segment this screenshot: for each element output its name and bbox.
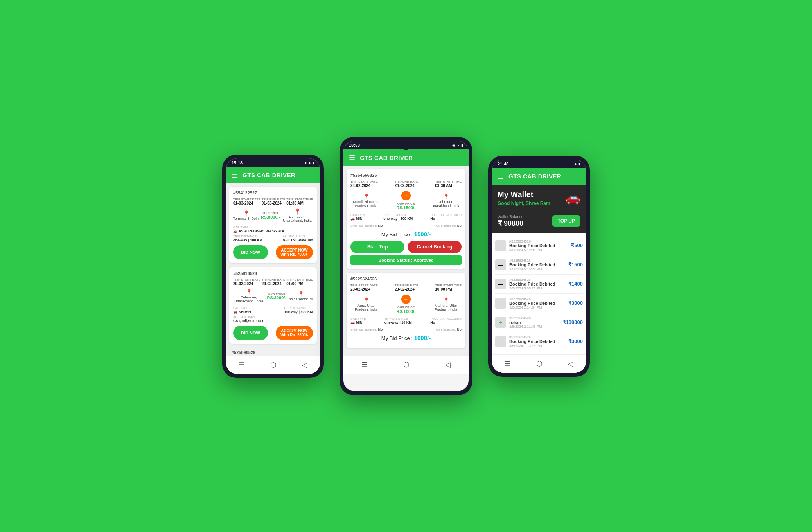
center-time: 18:53	[349, 143, 360, 147]
bid-now-btn-1[interactable]: BID NOW	[233, 245, 268, 259]
from-pin-icon-1: 📍	[233, 210, 259, 217]
right-time: 21:48	[498, 162, 508, 166]
left-btn-row-1: BID NOW ACCEPT NOW With Rs. 7000/-	[233, 245, 313, 259]
car-icon: 🚗	[565, 190, 580, 205]
left-btn-row-2: BID NOW ACCEPT NOW With Rs. 2800/-	[233, 326, 313, 340]
left-inclusive-1: ALL INCLUSIVE GST,Toll,State Tax	[283, 235, 313, 242]
tx-icon-4: +	[495, 317, 506, 328]
accept-now-btn-2[interactable]: ACCEPT NOW With Rs. 2800/-	[276, 326, 313, 340]
booking-status-1: Booking Status : Approved	[350, 255, 462, 265]
transaction-item-4: + #5225624526 rohan 3/5/2024 2:11:43 PM …	[495, 313, 583, 332]
phones-container: 15:18 ● ▲ ▮ ☰ GTS CAB DRIVER #554122527 …	[222, 137, 590, 395]
right-status-icons: ▲ ▮	[574, 162, 580, 166]
left-nav-home[interactable]: ⬡	[267, 359, 280, 371]
to-pin-icon-2: 📍	[289, 291, 313, 297]
accept-now-btn-1[interactable]: ACCEPT NOW With Rs. 7000/-	[276, 245, 313, 259]
wallet-balance-row: Wallet Balance ₹ 90800 TOP UP	[492, 212, 586, 233]
battery-icon: ▮	[313, 161, 314, 165]
transaction-item-2: — #5225624526 Booking Price Debited 3/5/…	[495, 275, 583, 294]
left-price-label-1: OUR PRICE	[261, 211, 280, 215]
top-up-button[interactable]: TOP UP	[552, 215, 580, 227]
cab-type-val-1: 🚗 ASSUREDINNO VACRYSTA	[233, 229, 284, 233]
right-bottom-nav: ☰ ⬡ ◁	[492, 354, 586, 373]
tx-icon-0: —	[495, 240, 506, 251]
left-route-row-2: 📍 Dehradun, Uttarakhand, India OUR PRICE…	[233, 289, 313, 303]
center-booking-card-2: #5225624526 TRIP START DATE 23-02-2024 T…	[347, 273, 465, 348]
signal-icon: ●	[305, 161, 307, 165]
transaction-item-0: — #5225624526 Booking Price Debited 3/5/…	[495, 236, 583, 255]
transaction-item-1: — #5225624526 Booking Price Debited 3/5/…	[495, 255, 583, 275]
left-end-date-label: TRIP END DATE	[262, 198, 286, 201]
from-pin-icon-2: 📍	[233, 289, 264, 295]
tx-icon-5: —	[495, 336, 506, 347]
left-booking-id-1: #554122527	[233, 191, 313, 195]
left-end-date-item: TRIP END DATE 01-03-2024	[262, 198, 286, 205]
left-start-date-label: TRIP START DATE	[233, 198, 260, 201]
center-arrow-1: →	[401, 191, 411, 200]
center-status-icons: ◉ ▲ ▮	[452, 143, 463, 147]
start-trip-btn[interactable]: Start Trip	[350, 241, 404, 253]
center-booking-id-1: #5254566825	[350, 173, 462, 178]
center-nav-back[interactable]: ◁	[442, 359, 454, 370]
left-start-date-item: TRIP START DATE 01-03-2024	[233, 198, 260, 205]
center-app-header: ☰ GTS CAB DRIVER	[343, 149, 469, 166]
center-menu-icon[interactable]: ☰	[349, 153, 355, 162]
whatsapp-icon: ◉	[452, 143, 455, 147]
center-nav-menu[interactable]: ☰	[358, 359, 371, 370]
left-to-1: 📍 Dehradun, Uttarakhand, India	[282, 208, 313, 223]
right-status-bar: 21:48 ▲ ▮	[492, 160, 586, 168]
tx-icon-3: —	[495, 298, 506, 309]
center-phone-content: #5254566825 TRIP START DATE 24-02-2024 T…	[343, 166, 469, 355]
left-trip-dates-1: TRIP START DATE 01-03-2024 TRIP END DATE…	[233, 198, 313, 205]
center-booking-id-2: #5225624526	[350, 277, 462, 281]
center-from-icon-1: 📍	[350, 194, 382, 200]
left-time: 15:18	[232, 160, 243, 165]
left-time-value: 01:30 AM	[286, 201, 313, 205]
left-card-details-1: CAB TYPE 🚗 ASSUREDINNO VACRYSTA TRIP DIS…	[233, 226, 313, 242]
transaction-item-5: — #5225624526 Booking Price Debited 3/5/…	[495, 332, 583, 351]
center-arrow-2: →	[401, 295, 411, 304]
left-price-box-1: OUR PRICE RS.8000/-	[261, 211, 280, 219]
wifi-icon: ▲	[308, 161, 311, 165]
left-phone: 15:18 ● ▲ ▮ ☰ GTS CAB DRIVER #554122527 …	[222, 155, 324, 378]
left-from-1: 📍 Terminal 3, Delhi	[233, 210, 259, 221]
cancel-booking-btn[interactable]: Cancel Booking	[408, 241, 462, 253]
center-to-icon-2: 📍	[430, 297, 462, 304]
center-phone: 18:53 ◉ ▲ ▮ ☰ GTS CAB DRIVER #5254566825	[340, 137, 472, 395]
left-time-item: TRIP START TIME 01:30 AM	[286, 198, 313, 205]
center-booking-card-1: #5254566825 TRIP START DATE 24-02-2024 T…	[347, 169, 465, 269]
battery-icon: ▮	[461, 143, 463, 147]
left-time-label: TRIP START TIME	[286, 198, 313, 201]
transaction-item-3: — #5225624526 Booking Price Debited 3/5/…	[495, 294, 583, 313]
left-price-value-1: RS.8000/-	[261, 215, 280, 219]
center-btn-row-1: Start Trip Cancel Booking	[350, 241, 462, 253]
left-menu-icon[interactable]: ☰	[232, 171, 238, 180]
camera-notch	[403, 145, 409, 150]
left-nav-menu[interactable]: ☰	[235, 359, 248, 371]
left-app-header: ☰ GTS CAB DRIVER	[226, 167, 320, 183]
left-end-date-value: 01-03-2024	[262, 201, 286, 205]
left-status-icons: ● ▲ ▮	[305, 161, 314, 165]
tx-icon-1: —	[495, 259, 506, 270]
transaction-list: — #5225624526 Booking Price Debited 3/5/…	[492, 233, 586, 354]
left-bottom-nav: ☰ ⬡ ◁	[226, 356, 320, 374]
left-booking-id-2: #525816528	[233, 271, 313, 276]
center-app-title: GTS CAB DRIVER	[360, 155, 413, 161]
bid-now-btn-2[interactable]: BID NOW	[233, 326, 268, 340]
wallet-header: My Wallet Good Night, Shree Ram 🚗	[492, 185, 586, 212]
right-app-header: ☰ GTS CAB DRIVER	[492, 168, 586, 185]
left-nav-back[interactable]: ◁	[299, 359, 311, 371]
signal-icon: ▲	[456, 143, 460, 147]
right-nav-home[interactable]: ⬡	[533, 358, 546, 370]
center-nav-home[interactable]: ⬡	[400, 359, 413, 370]
left-status-bar: 15:18 ● ▲ ▮	[226, 158, 320, 167]
right-nav-back[interactable]: ◁	[565, 358, 577, 370]
center-route-row-1: 📍 Mandi, Himachal Pradesh, India → OUR P…	[350, 191, 462, 210]
left-start-date-value: 01-03-2024	[233, 201, 260, 205]
right-nav-menu[interactable]: ☰	[501, 358, 514, 370]
left-booking-card-1: #554122527 TRIP START DATE 01-03-2024 TR…	[229, 187, 317, 263]
center-from-icon-2: 📍	[350, 297, 382, 304]
wallet-title: My Wallet	[498, 190, 550, 199]
wallet-greeting: Good Night, Shree Ram	[498, 201, 550, 206]
right-menu-icon[interactable]: ☰	[498, 172, 504, 181]
